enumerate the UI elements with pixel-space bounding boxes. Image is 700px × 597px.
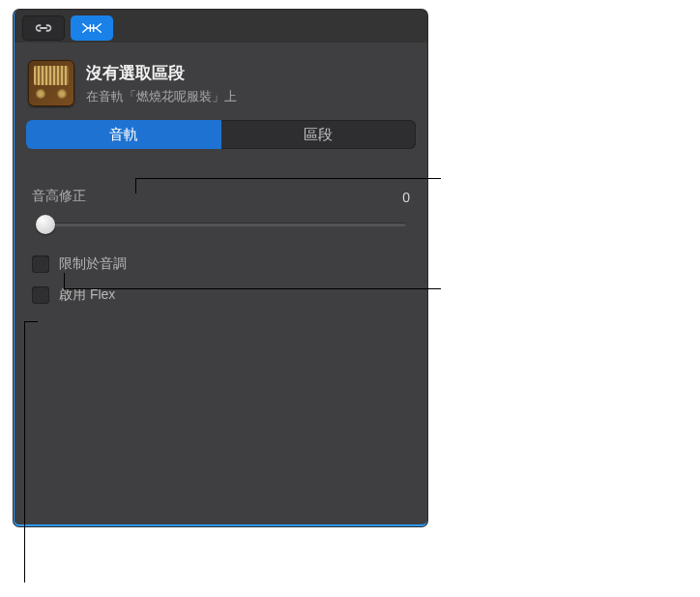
link-icon [33,21,54,35]
pitch-correction-row: 音高修正 0 [32,188,410,205]
callout-line [24,321,25,582]
merge-button[interactable] [71,15,113,41]
slider-thumb[interactable] [36,215,55,234]
pitch-correction-value: 0 [402,190,410,205]
selection-subtitle: 在音軌「燃燒花呢服裝」上 [86,88,237,105]
limit-to-key-label: 限制於音調 [59,255,127,273]
controls-body: 音高修正 0 限制於音調 啟用 Flex [15,149,427,335]
selection-title: 沒有選取區段 [86,62,237,84]
callout-line [135,178,441,179]
callout-line [64,273,65,288]
loop-mode-button[interactable] [22,15,65,41]
callout-line [24,321,38,322]
track-amp-icon [28,60,74,106]
toolbar [15,10,427,43]
inspector-panel: 沒有選取區段 在音軌「燃燒花呢服裝」上 音軌 區段 音高修正 0 限制於音調 啟… [14,10,427,526]
callout-line [135,178,136,194]
merge-icon [81,21,102,35]
limit-to-key-checkbox[interactable] [32,255,49,273]
tab-region[interactable]: 區段 [221,120,417,149]
enable-flex-checkbox[interactable] [32,286,49,304]
pitch-correction-label: 音高修正 [32,188,86,205]
callout-line [64,288,441,289]
pitch-correction-slider[interactable] [32,213,410,236]
track-header: 沒有選取區段 在音軌「燃燒花呢服裝」上 [15,43,427,120]
tab-track[interactable]: 音軌 [26,120,221,149]
limit-to-key-row[interactable]: 限制於音調 [32,255,410,273]
track-region-segmented: 音軌 區段 [26,120,416,149]
